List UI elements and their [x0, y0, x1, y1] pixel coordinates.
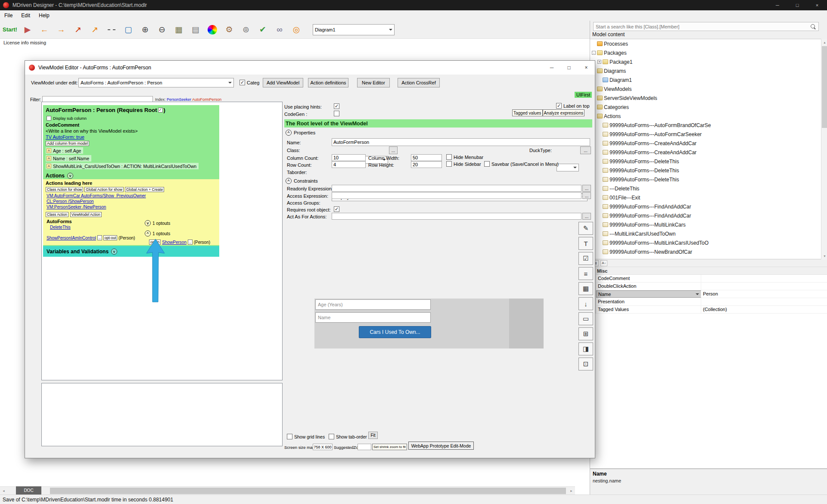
act-as-browse[interactable]: ... [582, 213, 591, 220]
property-row[interactable]: DoubleClickAction [590, 283, 827, 290]
action-link[interactable]: CL:Person /ShowPerson [47, 199, 146, 205]
model-tree-item[interactable]: Diagrams [590, 66, 821, 75]
association-icon[interactable]: ∞ [273, 23, 286, 36]
preview-age-input[interactable] [315, 299, 431, 310]
action-crossref-button[interactable]: Action CrossRef [398, 78, 440, 87]
window-minimize-button[interactable]: ─ [768, 0, 787, 10]
forward-arrow-icon[interactable]: → [55, 23, 68, 36]
window-maximize-button[interactable]: □ [787, 0, 807, 10]
dialog-close-button[interactable]: × [578, 61, 595, 75]
new-editor-button[interactable]: New Editor [357, 78, 390, 87]
model-tree-item[interactable]: 99999AutoForms---NewBrandOfCar [590, 247, 821, 256]
show-tab-order-row[interactable]: Show tab-order [329, 434, 367, 439]
label-on-top-checkbox[interactable] [556, 103, 562, 109]
requires-root-object-checkbox[interactable] [334, 206, 339, 212]
categ-checkbox[interactable] [239, 80, 245, 85]
model-tree-item[interactable]: 99999AutoForms---DeleteThis [590, 157, 821, 166]
hide-menubar-row[interactable]: Hide Menubar [446, 154, 483, 160]
hide-sidebar-checkbox[interactable] [446, 161, 452, 167]
model-tree-item[interactable]: 99999AutoForms---DeleteThis [590, 166, 821, 175]
show-tab-order-checkbox[interactable] [329, 434, 334, 439]
model-search-input[interactable] [596, 24, 809, 29]
column-count-input[interactable] [332, 154, 366, 161]
requires-root-checkbox[interactable] [158, 108, 163, 112]
ducktype-browse-button[interactable]: ... [580, 146, 591, 154]
ui-preview-surface[interactable]: Cars I Used To Own... [314, 299, 544, 348]
scrollbar-thumb[interactable] [50, 488, 566, 494]
act-as-input[interactable] [332, 213, 581, 220]
cars-i-used-to-own-button[interactable]: Cars I Used To Own... [359, 326, 431, 338]
model-tree-item[interactable]: 99999AutoForms---FindAndAddCar [590, 202, 821, 211]
model-tree-item[interactable]: ---DeleteThis [590, 184, 821, 193]
spiral-icon[interactable]: ◎ [290, 23, 303, 36]
model-tree-item[interactable]: 001File---Exit [590, 193, 821, 202]
fit-button[interactable]: Fit [368, 432, 378, 439]
actions-collapse-icon[interactable] [67, 173, 73, 179]
tv-autoform-link[interactable]: TV AutoForm: true [46, 134, 84, 140]
edit-pencil-icon[interactable]: ✎ [578, 222, 593, 235]
property-row[interactable]: CodeComment [590, 275, 827, 283]
label-on-top-row[interactable]: Label on top [556, 103, 590, 109]
optouts-collapse-icon[interactable] [145, 220, 151, 226]
preview-name-input[interactable] [315, 312, 431, 323]
dialog-minimize-button[interactable]: ─ [543, 61, 560, 75]
window-close-button[interactable]: × [807, 0, 827, 10]
model-search-box[interactable] [593, 22, 819, 31]
optouts-expand-icon[interactable] [145, 230, 151, 236]
model-tree-item[interactable]: 99999AutoForms---FindAndAddCar [590, 211, 821, 220]
dashed-line-icon[interactable] [105, 23, 118, 36]
deletethis-link[interactable]: DeleteThis [50, 225, 71, 230]
model-tree-item[interactable]: -Packages [590, 48, 821, 57]
model-tree-item[interactable]: ---MultiLinkCarsIUsedToOwn [590, 229, 821, 238]
savebar-row[interactable]: Savebar (Save/Cancel in Menu) [484, 161, 559, 167]
constraints-collapse-icon[interactable] [286, 178, 292, 184]
color-wheel-icon[interactable] [206, 23, 219, 36]
column-width-input[interactable] [411, 154, 442, 161]
calendar-icon[interactable]: ▦ [172, 23, 185, 36]
scroll-up-icon[interactable]: ▲ [821, 39, 827, 46]
class-browse-button[interactable]: ... [389, 146, 398, 154]
zoom-in-icon[interactable]: ⊕ [139, 23, 152, 36]
user-icon[interactable]: ⊚ [239, 23, 252, 36]
action-kind-button[interactable]: Class Action for show [46, 187, 83, 192]
select-area-icon[interactable]: ▢ [122, 23, 135, 36]
add-viewmodel-button[interactable]: Add ViewModel [263, 78, 303, 87]
analyze-expressions-button[interactable]: Analyze expressions [543, 109, 585, 116]
sort-alphabetical-icon[interactable]: A↓ [600, 260, 607, 266]
properties-collapse-icon[interactable] [286, 130, 292, 136]
name-input[interactable] [332, 138, 590, 146]
horizontal-scrollbar[interactable]: ◄ ► [0, 486, 575, 495]
access-expression-input[interactable] [332, 192, 581, 199]
menu-file[interactable]: File [0, 11, 17, 20]
model-tree-item[interactable]: 99999AutoForms---CreateAndAddCar [590, 148, 821, 157]
action-link[interactable]: VM:PersonSeeker /NewPerson [47, 205, 146, 210]
model-tree-item[interactable]: ViewModels [590, 84, 821, 93]
action-definitions-button[interactable]: Action definitions [308, 78, 348, 87]
scroll-right-icon[interactable]: ► [568, 487, 575, 495]
zoom-out-icon[interactable]: ⊖ [155, 23, 168, 36]
readonly-expression-browse[interactable]: ... [582, 185, 591, 192]
calendar-tool-icon[interactable]: ▦ [578, 282, 593, 295]
variables-validations-bar[interactable]: Variables and Validations [43, 246, 219, 257]
model-tree-item[interactable]: Processes [590, 39, 821, 48]
property-row[interactable]: Tagged Values(Collection) [590, 306, 827, 314]
codecomment-placeholder[interactable]: <Write a line on why this ViewModel exis… [46, 128, 138, 134]
index-link[interactable]: PersonSeeker [167, 97, 191, 102]
use-placing-hints-checkbox[interactable] [334, 103, 339, 109]
user-gear-icon[interactable]: ⚙ [223, 23, 236, 36]
run-icon[interactable]: ▶ [21, 23, 34, 36]
webapp-prototype-button[interactable]: WebApp Prototype Edit-Mode [408, 442, 474, 450]
menu-edit[interactable]: Edit [17, 11, 34, 20]
grid-tool-icon[interactable]: ⊞ [578, 327, 593, 340]
model-tree-item[interactable]: 99999AutoForms---AutoFormCarSeeker [590, 130, 821, 139]
property-row[interactable]: Presentation [590, 298, 827, 306]
transition-arrow-icon[interactable]: ↗ [72, 23, 84, 36]
viewmodel-select[interactable]: AutoForms : AutoFormPerson : Person [78, 78, 234, 87]
scroll-down-icon[interactable]: ▼ [821, 252, 827, 259]
model-tree-item[interactable]: 99999AutoForms---CreateAndAddCar [590, 139, 821, 148]
scrollbar-thumb[interactable] [822, 46, 827, 128]
text-tool-icon[interactable]: T [578, 237, 593, 250]
draw-transition-icon[interactable]: ↗ [88, 23, 101, 36]
categ-checkbox-row[interactable]: Categ [239, 80, 259, 85]
action-kind-button[interactable]: Global Action + Create [125, 187, 164, 192]
